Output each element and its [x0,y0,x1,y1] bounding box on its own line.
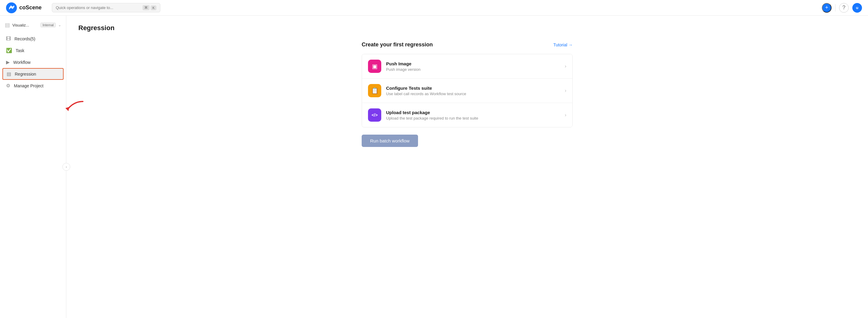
sidebar: ▤ Visualiz... Internal ⌄ 🎞 Records(5) ✅ … [0,16,66,318]
push-image-icon-wrap: ▣ [368,60,381,73]
upload-test-title: Upload test package [386,110,560,115]
folder-icon: ▤ [5,22,10,28]
search-input[interactable] [56,5,140,10]
header-right: + ? u [822,3,862,13]
run-batch-workflow-button[interactable]: Run batch workflow [362,135,418,147]
main-layout: ▤ Visualiz... Internal ⌄ 🎞 Records(5) ✅ … [0,16,868,318]
sidebar-item-task[interactable]: ✅ Task [0,44,66,56]
upload-test-icon-wrap: </> [368,108,381,122]
main-content: Regression Create your first regression … [66,16,868,318]
add-button[interactable]: + [822,3,832,13]
sidebar-item-records[interactable]: 🎞 Records(5) [0,33,66,44]
sidebar-item-label: Task [16,48,24,53]
sidebar-item-workflow[interactable]: ▶ Workflow [0,56,66,68]
push-image-content: Push Image Push image version [386,61,560,72]
push-image-icon: ▣ [372,63,378,70]
card-header: Create your first regression Tutorial → [362,41,572,48]
sidebar-item-manage-project[interactable]: ⚙ Manage Project [0,80,66,92]
sidebar-item-label: Regression [15,72,36,76]
configure-tests-content: Configure Tests suite Use label call rec… [386,85,560,96]
sidebar-nav: 🎞 Records(5) ✅ Task ▶ Workflow ▤ Regress… [0,33,66,314]
configure-tests-title: Configure Tests suite [386,85,560,91]
internal-badge: Internal [40,23,56,27]
upload-test-icon: </> [372,113,378,117]
logo-text: coScene [19,4,41,11]
kbd-cmd: ⌘ [143,5,150,10]
sidebar-collapse-button[interactable]: ‹ [62,163,70,171]
upload-test-content: Upload test package Upload the test pack… [386,110,560,120]
configure-tests-chevron-icon: › [565,88,566,93]
push-image-chevron-icon: › [565,64,566,69]
upload-test-desc: Upload the test package required to run … [386,116,560,120]
sidebar-item-label: Manage Project [14,83,43,88]
logo-area: coScene [6,2,48,13]
app-header: coScene ⌘ K + ? u [0,0,868,16]
keyboard-shortcut: ⌘ K [143,5,156,10]
sidebar-item-label: Records(5) [14,36,35,41]
sidebar-item-label: Workflow [13,60,30,65]
chevron-down-icon: ⌄ [58,23,61,27]
action-list: ▣ Push Image Push image version › 📋 Conf… [362,54,572,128]
configure-tests-icon-wrap: 📋 [368,84,381,97]
regression-icon: ▤ [7,71,11,77]
project-name: Visualiz... [12,23,38,27]
avatar[interactable]: u [852,3,862,13]
push-image-desc: Push image version [386,67,560,72]
card-title: Create your first regression [362,41,433,48]
upload-test-chevron-icon: › [565,112,566,118]
push-image-action[interactable]: ▣ Push Image Push image version › [362,54,572,79]
task-icon: ✅ [6,47,12,53]
kbd-k: K [151,5,156,10]
tutorial-link[interactable]: Tutorial → [553,42,572,47]
project-selector[interactable]: ▤ Visualiz... Internal ⌄ [0,19,66,31]
push-image-title: Push Image [386,61,560,66]
help-button[interactable]: ? [839,3,849,13]
sidebar-item-regression[interactable]: ▤ Regression [2,68,64,80]
configure-tests-desc: Use label call records as Workflow test … [386,92,560,96]
logo-icon [6,2,17,13]
search-bar[interactable]: ⌘ K [52,3,160,12]
gear-icon: ⚙ [6,83,10,89]
workflow-icon: ▶ [6,59,10,65]
page-title: Regression [79,24,856,32]
upload-test-package-action[interactable]: </> Upload test package Upload the test … [362,103,572,127]
records-icon: 🎞 [6,36,11,41]
regression-card: Create your first regression Tutorial → … [362,41,572,147]
configure-tests-icon: 📋 [371,87,378,94]
configure-tests-action[interactable]: 📋 Configure Tests suite Use label call r… [362,79,572,103]
